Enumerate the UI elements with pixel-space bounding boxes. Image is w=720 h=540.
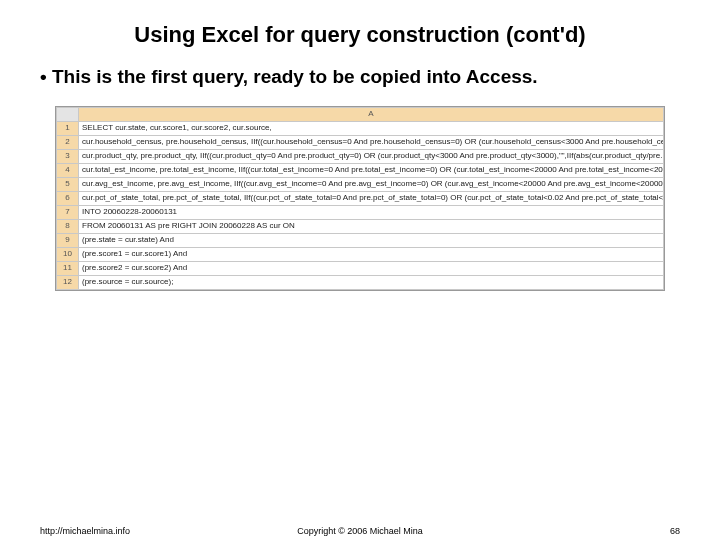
- footer-page: 68: [670, 526, 680, 536]
- row-header: 6: [57, 192, 79, 206]
- cell: (pre.state = cur.state) And: [79, 234, 664, 248]
- row-header: 8: [57, 220, 79, 234]
- col-header-A: A: [79, 108, 664, 122]
- cell: (pre.score2 = cur.score2) And: [79, 262, 664, 276]
- row-header: 7: [57, 206, 79, 220]
- row-header: 5: [57, 178, 79, 192]
- slide-bullet: This is the first query, ready to be cop…: [0, 58, 720, 98]
- cell: cur.total_est_income, pre.total_est_inco…: [79, 164, 664, 178]
- cell: SELECT cur.state, cur.score1, cur.score2…: [79, 122, 664, 136]
- row-header: 4: [57, 164, 79, 178]
- cell: (pre.score1 = cur.score1) And: [79, 248, 664, 262]
- excel-screenshot: A 1SELECT cur.state, cur.score1, cur.sco…: [55, 106, 665, 291]
- sheet-corner: [57, 108, 79, 122]
- cell: (pre.source = cur.source);: [79, 276, 664, 290]
- row-header: 3: [57, 150, 79, 164]
- row-header: 1: [57, 122, 79, 136]
- row-header: 2: [57, 136, 79, 150]
- footer-copyright: Copyright © 2006 Michael Mina: [0, 526, 720, 536]
- row-header: 9: [57, 234, 79, 248]
- slide-title: Using Excel for query construction (cont…: [0, 0, 720, 58]
- cell: cur.product_qty, pre.product_qty, IIf((c…: [79, 150, 664, 164]
- row-header: 12: [57, 276, 79, 290]
- spreadsheet: A 1SELECT cur.state, cur.score1, cur.sco…: [56, 107, 664, 290]
- cell: cur.household_census, pre.household_cens…: [79, 136, 664, 150]
- row-header: 10: [57, 248, 79, 262]
- row-header: 11: [57, 262, 79, 276]
- cell: INTO 20060228-20060131: [79, 206, 664, 220]
- cell: cur.pct_of_state_total, pre.pct_of_state…: [79, 192, 664, 206]
- cell: FROM 20060131 AS pre RIGHT JOIN 20060228…: [79, 220, 664, 234]
- cell: cur.avg_est_income, pre.avg_est_income, …: [79, 178, 664, 192]
